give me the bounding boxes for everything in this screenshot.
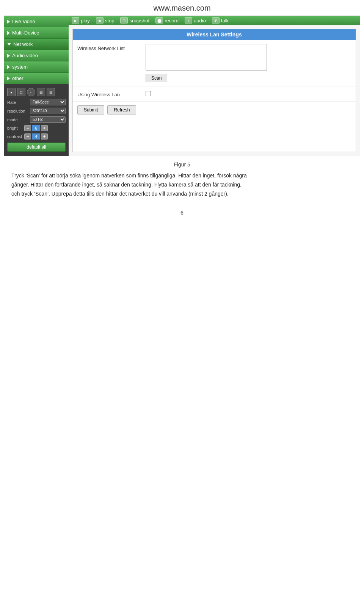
arrow-icon [7,54,10,58]
wlan-action-buttons: Submit Refresh [73,102,356,118]
wlan-using-content [146,90,351,97]
bright-increase-button[interactable]: + [41,125,48,131]
mode-select[interactable]: 50 HZ [30,116,66,123]
sidebar-item-audio-video[interactable]: Audio video [4,50,69,61]
arrow-down-icon [7,43,11,45]
sidebar-item-other[interactable]: other [4,73,69,84]
toolbar: ▶ play ■ stop ⊡ snapshot ⬤ record ♪ audi… [69,16,360,25]
sidebar-item-label: other [12,75,24,81]
record-icon[interactable]: ● [7,88,16,96]
audio-icon: ♪ [185,17,192,24]
wlan-using-checkbox[interactable] [146,91,151,96]
audio-label: audio [194,18,206,24]
stop-icon: ■ [96,17,104,24]
mode-label: mode [7,118,30,122]
talk-label: talk [221,18,229,24]
body-paragraph-1: Tryck ‘Scan’ för att börja söka igenom n… [11,171,353,180]
play-button[interactable]: ▶ play [72,17,90,24]
bright-value: 6 [32,125,40,131]
record-button[interactable]: ⬤ record [155,17,179,24]
sidebar-item-label: Multi-Device [12,30,39,36]
snapshot-icon: ⊡ [120,17,128,24]
record-label: record [165,18,179,24]
talk-button[interactable]: 🎙 talk [212,17,229,24]
play-icon: ▶ [72,17,79,24]
contrast-row: contrast − 4 + [6,132,67,141]
main-content: ▶ play ■ stop ⊡ snapshot ⬤ record ♪ audi… [69,16,360,156]
sidebar-item-label: Live Video [12,19,35,24]
sidebar-item-multi-device[interactable]: Multi-Device [4,27,69,39]
figure-caption: Figur 5 [0,161,364,168]
record-icon: ⬤ [155,17,163,24]
sidebar-item-label: system [12,64,28,70]
stop-label: stop [105,18,115,24]
site-url: www.masen.com [0,0,364,16]
contrast-decrease-button[interactable]: − [24,133,31,140]
wlan-network-list-content: Scan [146,44,351,82]
arrow-icon [7,31,10,35]
snapshot-label: snapshot [129,18,149,24]
wlan-using-row: Using Wireless Lan [73,86,356,102]
arrow-icon [7,77,10,80]
scan-button[interactable]: Scan [146,74,167,82]
resolution-select[interactable]: 320*240 [30,108,66,114]
sidebar-item-system[interactable]: system [4,61,69,73]
sidebar-item-label: Audio video [12,53,38,58]
sidebar: Live Video Multi-Device Net work Audio v… [4,16,69,156]
wlan-network-list-row: Wireless Network List Scan [73,40,356,86]
audio-button[interactable]: ♪ audio [185,17,206,24]
wlan-panel: Wireless Lan Settings Wireless Network L… [72,29,356,152]
submit-button[interactable]: Submit [77,105,104,114]
bright-decrease-button[interactable]: − [24,125,31,131]
play-label: play [81,18,90,24]
resolution-row: resolution 320*240 [6,107,67,115]
contrast-value: 4 [32,133,40,140]
refresh-button[interactable]: Refresh [107,105,136,114]
arrow-icon [7,65,10,69]
grid-view-icon[interactable]: ⊞ [37,88,45,96]
view-icons-row: ● □ ○ ⊞ ⊟ [6,86,67,98]
screenshot-area: Live Video Multi-Device Net work Audio v… [4,16,360,156]
talk-icon: 🎙 [212,17,220,24]
body-paragraph-3: och tryck ‘Scan’. Upprepa detta tills de… [11,190,353,199]
circle-view-icon[interactable]: ○ [27,88,35,96]
body-text: Tryck ‘Scan’ för att börja söka igenom n… [0,171,364,198]
rate-label: Rate [7,100,30,105]
sidebar-item-label: Net work [13,41,33,47]
sidebar-item-live-video[interactable]: Live Video [4,16,69,27]
sidebar-controls: ● □ ○ ⊞ ⊟ Rate Full-Spee resolution 320*… [4,84,69,156]
sidebar-item-network[interactable]: Net work [4,39,69,50]
wlan-network-list-label: Wireless Network List [77,44,146,51]
rate-select[interactable]: Full-Spee [30,99,66,105]
mode-row: mode 50 HZ [6,115,67,124]
contrast-increase-button[interactable]: + [41,133,48,140]
wlan-title: Wireless Lan Settings [73,29,356,40]
small-view-icon[interactable]: □ [17,88,25,96]
resolution-label: resolution [7,109,30,113]
stop-button[interactable]: ■ stop [96,17,115,24]
bright-row: bright − 6 + [6,124,67,132]
wlan-network-list-textarea[interactable] [146,44,267,71]
wlan-using-label: Using Wireless Lan [77,90,146,97]
snapshot-button[interactable]: ⊡ snapshot [120,17,149,24]
grid2-view-icon[interactable]: ⊟ [47,88,55,96]
default-all-button[interactable]: default all [7,143,66,152]
page-number: 6 [0,210,364,216]
body-paragraph-2: gånger. Hittar den fortfarande inget, så… [11,180,353,190]
contrast-label: contrast [7,134,24,139]
bright-label: bright [7,126,24,130]
rate-row: Rate Full-Spee [6,98,67,107]
arrow-icon [7,20,10,24]
